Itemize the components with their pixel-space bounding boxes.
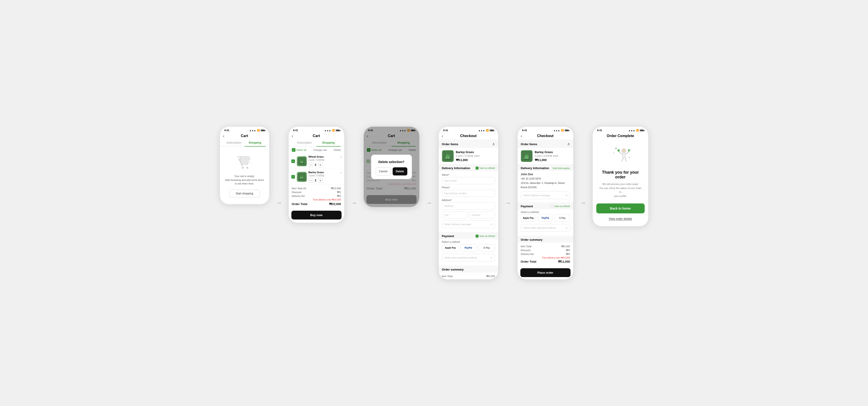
wheat-qty-plus[interactable]: +	[318, 163, 322, 167]
delivery-info-label: Delivery Information	[442, 166, 470, 170]
address-label: Address*	[442, 199, 495, 201]
place-order-btn-5[interactable]: Place order	[520, 268, 570, 277]
empty-cart-text: Your cart is empty. Start browsing and a…	[225, 174, 264, 185]
summary-order-total-5: Order Total ₩11,000	[521, 260, 570, 263]
barley-info: Barley Grass 2 pots / 5,500원 − 2 +	[309, 171, 342, 183]
order-item-price-5: ₩11,000	[535, 158, 559, 162]
screen-4-wrapper: 9:41 ▲▲▲ 📶 ‹ Checkout Order Items ∧	[438, 127, 498, 279]
tab-subscription-2[interactable]: Subscription	[292, 139, 316, 146]
barley-qty-minus[interactable]: −	[309, 178, 313, 183]
back-button-1[interactable]: ‹	[223, 134, 224, 138]
modal-delete-btn[interactable]: Delete	[393, 167, 407, 175]
order-complete-illustration	[609, 144, 632, 166]
payment-header-5: Payment Save as default	[518, 202, 573, 209]
edit-info-btn[interactable]: Edit information	[553, 167, 570, 170]
name-input[interactable]	[442, 177, 495, 184]
address-input[interactable]	[442, 202, 495, 209]
status-bar-1: 9:41 ▲▲▲ 📶	[220, 127, 269, 133]
back-button-2[interactable]: ‹	[292, 134, 293, 138]
screen-2-cart-items: 9:41 ▲▲▲ 📶 ‹ Cart Subscription Shopping …	[288, 127, 344, 223]
barley-qty-num: 2	[315, 179, 316, 182]
wifi-icon-2: 📶	[332, 129, 335, 132]
order-summary-label-5: Order summary	[521, 238, 543, 241]
barley-checkbox[interactable]: ✓	[291, 175, 295, 179]
apple-pay-btn[interactable]: Apple Pay	[442, 244, 458, 251]
checkout-filled-scroll[interactable]: Order Items ∧ Barley Grass	[518, 139, 573, 279]
back-button-5[interactable]: ‹	[521, 134, 522, 138]
svg-point-16	[622, 148, 626, 153]
complete-illustration-svg	[609, 144, 632, 166]
empty-cart-svg	[236, 154, 254, 170]
screen-5-wrapper: 9:41 ▲▲▲ 📶 ‹ Checkout Order Items ∧	[518, 127, 574, 279]
apple-pay-btn-5[interactable]: Apple Pay	[521, 214, 536, 222]
wheat-sub: 2 pots / 5,500원	[309, 159, 342, 162]
back-button-4[interactable]: ‹	[442, 134, 443, 138]
wheat-checkbox[interactable]: ✓	[291, 160, 295, 163]
item-total-row: Item Total (4) ₩22,000	[292, 187, 341, 190]
screen-5-checkout-filled: 9:41 ▲▲▲ 📶 ‹ Checkout Order Items ∧	[518, 127, 574, 279]
checkout-scroll[interactable]: Order Items ∧ Barley Grass	[439, 139, 498, 279]
svg-marker-4	[249, 158, 251, 160]
barley-remove-btn[interactable]: ×	[340, 171, 342, 174]
order-summary-4: Item Total ₩5,500 Discount ₩0 Delivery f…	[439, 273, 498, 279]
summary-item-total-5: Item Total ₩5,500	[521, 245, 570, 248]
save-default-payment[interactable]: ✓ Save as default	[475, 235, 495, 238]
buy-now-button[interactable]: Buy now	[291, 211, 342, 219]
paypal-btn-5[interactable]: PayPal	[538, 214, 553, 222]
back-home-button[interactable]: Back to home	[596, 203, 645, 213]
order-item-details-5: Barley Grass 2 pots / 5,500원 each ₩11,00…	[535, 150, 559, 162]
view-order-button[interactable]: View order details	[596, 216, 645, 222]
arrow-5: →	[580, 199, 586, 207]
delivery-row: Delivery fee ₩0	[292, 195, 341, 198]
tab-shopping-1[interactable]: Shopping	[245, 139, 266, 146]
google-pay-btn-5[interactable]: G Pay	[555, 214, 570, 222]
screen-4-checkout: 9:41 ▲▲▲ 📶 ‹ Checkout Order Items ∧	[438, 127, 498, 279]
select-all-btn[interactable]: ✓ Select all	[292, 148, 307, 152]
order-items-toggle-5[interactable]: ∧	[567, 142, 570, 146]
status-bar-6: 9:41 ▲▲▲ 📶	[593, 127, 648, 133]
delete-link[interactable]: Delete	[334, 148, 341, 151]
discount-row: Discount ₩0	[292, 191, 341, 194]
screen-1-empty-cart: 9:41 ▲▲▲ 📶 ‹ Cart Subscription Shopping	[220, 127, 270, 204]
tab-subscription-1[interactable]: Subscription	[223, 139, 245, 146]
tab-shopping-2[interactable]: Shopping	[316, 139, 341, 146]
battery-icon-2	[336, 129, 340, 131]
paypal-btn[interactable]: PayPal	[460, 244, 477, 251]
delivery-info-header-5: Delivery Information Edit information	[518, 164, 573, 171]
save-default-delivery[interactable]: ✓ Save as default	[475, 167, 495, 170]
svg-line-21	[625, 152, 629, 154]
phone-input[interactable]	[442, 190, 495, 197]
delivery-message-select[interactable]: Select delivery message ∨	[442, 221, 495, 228]
other-payment-select-5[interactable]: Select other payment method ∨	[521, 224, 570, 232]
google-pay-btn[interactable]: G Pay	[478, 244, 495, 251]
delivery-message-select-5[interactable]: Select delivery message ∨	[521, 192, 570, 199]
order-items-toggle[interactable]: ∧	[492, 142, 495, 146]
payment-label: Payment	[442, 234, 454, 238]
summary-discount-5: Discount ₩0	[521, 249, 570, 252]
start-shopping-button[interactable]: Start shopping	[229, 190, 260, 197]
barley-qty-ctrl: − 2 +	[309, 178, 342, 183]
country-input[interactable]	[469, 211, 495, 218]
complete-subtitle: We will process your order asap!You can …	[596, 182, 645, 198]
select-all-checkbox[interactable]: ✓	[292, 148, 296, 152]
other-payment-select[interactable]: Select other payment method ∨	[442, 254, 495, 262]
city-input[interactable]	[442, 211, 468, 218]
signal-icon: ▲▲▲	[249, 129, 256, 132]
save-default-payment-5[interactable]: Save as default	[551, 205, 570, 208]
wheat-qty-minus[interactable]: −	[309, 163, 313, 167]
screen-6-wrapper: 9:41 ▲▲▲ 📶 Order Complete	[592, 127, 649, 227]
change-cart-btn[interactable]: Change cart	[313, 148, 327, 151]
order-summary-label: Order summary	[442, 268, 464, 271]
battery-icon-5	[565, 129, 569, 131]
svg-rect-9	[300, 179, 304, 179]
order-item-sub: 2 pots / 5,500원 each	[456, 154, 480, 158]
modal-cancel-btn[interactable]: Cancel	[376, 167, 391, 175]
wheat-remove-btn[interactable]: ×	[340, 155, 342, 159]
barley-name: Barley Grass	[309, 171, 342, 174]
screen-1-wrapper: 9:41 ▲▲▲ 📶 ‹ Cart Subscription Shopping	[220, 127, 270, 204]
header-6: Order Complete	[593, 133, 648, 139]
barley-qty-plus[interactable]: +	[318, 178, 322, 183]
save-default-checkbox-5[interactable]	[551, 205, 554, 208]
payment-label-5: Payment	[521, 205, 533, 208]
battery-icon	[260, 129, 265, 131]
